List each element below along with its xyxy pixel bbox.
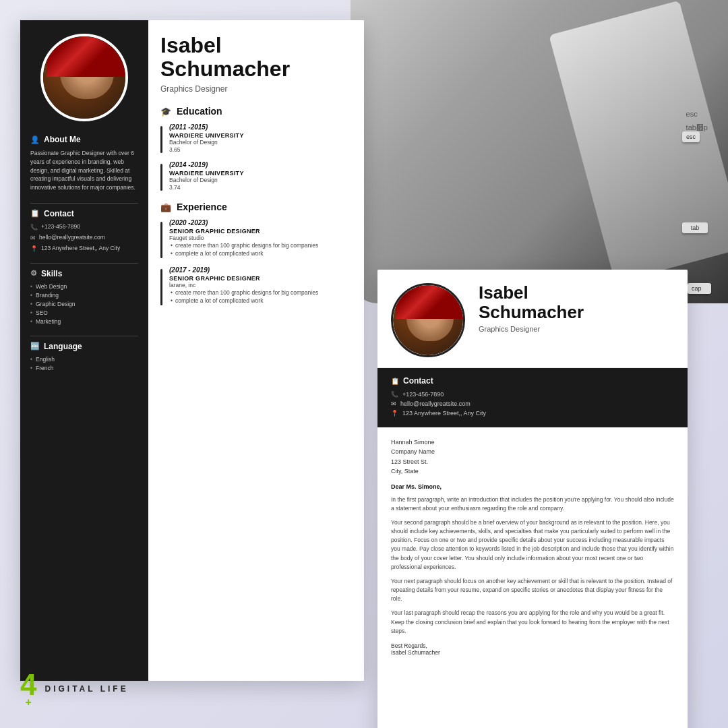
logo-number-wrap: 4 + (20, 670, 36, 708)
skill-5: Marketing (30, 318, 138, 325)
about-title: 👤 About Me (30, 135, 138, 144)
skills-title: ⚙ Skills (30, 269, 138, 278)
email-item: ✉ hello@reallygreatsite.com (30, 234, 138, 241)
gear-icon: ⚙ (30, 269, 37, 278)
education-header: 🎓 Education (160, 106, 352, 117)
cover-body: Hannah Simone Company Name 123 Street St… (377, 427, 688, 666)
cover-email-item: ✉ hello@reallygreatsite.com (391, 400, 674, 407)
logo-number: 4 (20, 670, 36, 700)
edu-degree-1: Bachelor of Design (169, 139, 352, 146)
exp-date-1: (2020 -2023) (169, 219, 352, 226)
exp-bullet-2-1: create more than 100 graphic designs for… (171, 289, 352, 296)
divider-1 (30, 203, 138, 204)
edu-item-1: (2011 -2015) WARDIERE UNIVERSITY Bachelo… (160, 123, 352, 153)
location-icon: 📍 (30, 245, 38, 252)
exp-position-1: SENIOR GRAPHIC DESIGNER (169, 228, 352, 235)
cover-greeting: Dear Ms. Simone, (391, 483, 674, 490)
skill-4: SEO (30, 309, 138, 316)
contact-title: 📋 Contact (30, 209, 138, 218)
edu-date-2: (2014 -2019) (169, 161, 352, 169)
main-container: 👤 About Me Passionate Graphic Designer w… (20, 20, 688, 728)
logo-text-wrap: DIGITAL LIFE (44, 684, 128, 694)
cover-paragraph-3: Your next paragraph should focus on anot… (391, 577, 674, 604)
cover-contact-icon: 📋 (391, 377, 399, 385)
cover-sign: Best Regards, Isabel Schumacher (391, 642, 674, 656)
cover-avatar (391, 283, 465, 357)
cover-paragraph-4: Your last paragraph should recap the rea… (391, 609, 674, 636)
cover-contact: 📋 Contact 📞 +123-456-7890 ✉ hello@really… (377, 368, 688, 427)
recipient-info: Hannah Simone Company Name 123 Street St… (391, 437, 674, 477)
skill-2: Branding (30, 292, 138, 299)
skill-1: Web Design (30, 283, 138, 290)
edu-date-1: (2011 -2015) (169, 123, 352, 131)
resume-job-title: Graphics Designer (160, 84, 352, 94)
resume-sidebar: 👤 About Me Passionate Graphic Designer w… (20, 20, 148, 681)
phone-item: 📞 +123-456-7890 (30, 223, 138, 231)
experience-header: 💼 Experience (160, 202, 352, 212)
edu-item-2: (2014 -2019) WARDIERE UNIVERSITY Bachelo… (160, 161, 352, 191)
education-title: Education (177, 106, 222, 117)
avatar-image (43, 36, 125, 119)
address-item: 📍 123 Anywhere Street,, Any City (30, 245, 138, 252)
phone-icon: 📞 (30, 224, 38, 231)
resume-main: Isabel Schumacher Graphics Designer 🎓 Ed… (148, 20, 364, 681)
cover-letter-card: Isabel Schumacher Graphics Designer 📋 Co… (377, 270, 688, 728)
edu-gpa-1: 3.65 (169, 146, 352, 153)
exp-position-2: SENIOR GRAPHIC DESIGNER (169, 275, 352, 282)
cover-address-item: 📍 123 Anywhere Street,, Any City (391, 410, 674, 417)
email-icon: ✉ (30, 235, 36, 241)
resume-avatar (40, 34, 128, 121)
cover-header: Isabel Schumacher Graphics Designer (377, 270, 688, 368)
contact-section: 📋 Contact 📞 +123-456-7890 ✉ hello@really… (30, 209, 138, 252)
exp-item-1: (2020 -2023) SENIOR GRAPHIC DESIGNER Fau… (160, 219, 352, 258)
skill-3: Graphic Design (30, 301, 138, 307)
experience-title: Experience (177, 202, 227, 212)
exp-bullet-1-2: complete a lot of complicated work (171, 250, 352, 257)
language-section: 🔤 Language English French (30, 342, 138, 371)
person-icon: 👤 (30, 135, 40, 144)
cover-name: Isabel Schumacher (479, 283, 674, 322)
cover-paragraph-2: Your second paragraph should be a brief … (391, 518, 674, 572)
timeline-line-1 (160, 126, 162, 153)
edu-gpa-2: 3.74 (169, 184, 352, 191)
timeline-line-2 (160, 164, 162, 191)
edu-content-1: (2011 -2015) WARDIERE UNIVERSITY Bachelo… (169, 123, 352, 153)
cover-location-icon: 📍 (391, 410, 398, 417)
exp-content-2: (2017 - 2019) SENIOR GRAPHIC DESIGNER la… (169, 266, 352, 305)
cover-phone-item: 📞 +123-456-7890 (391, 391, 674, 398)
cover-name-section: Isabel Schumacher Graphics Designer (479, 283, 674, 357)
about-section: 👤 About Me Passionate Graphic Designer w… (30, 135, 138, 192)
exp-bullet-2-2: complete a lot of complicated work (171, 297, 352, 304)
logo-container: 4 + DIGITAL LIFE (20, 670, 129, 708)
exp-content-1: (2020 -2023) SENIOR GRAPHIC DESIGNER Fau… (169, 219, 352, 258)
resume-name: Isabel Schumacher (160, 34, 352, 81)
timeline-line-3 (160, 222, 162, 258)
edu-degree-2: Bachelor of Design (169, 177, 352, 183)
logo-plus: + (26, 697, 32, 708)
key-cap: cap (688, 283, 711, 294)
divider-3 (30, 336, 138, 336)
exp-item-2: (2017 - 2019) SENIOR GRAPHIC DESIGNER la… (160, 266, 352, 305)
about-text: Passionate Graphic Designer with over 6 … (30, 149, 138, 192)
exp-company-1: Fauget studio (169, 235, 352, 241)
cover-email-icon: ✉ (391, 400, 396, 407)
cover-phone-icon: 📞 (391, 391, 398, 398)
resume-card: 👤 About Me Passionate Graphic Designer w… (20, 20, 364, 681)
exp-company-2: larane, inc (169, 282, 352, 289)
exp-bullet-1-1: create more than 100 graphic designs for… (171, 242, 352, 249)
divider-2 (30, 263, 138, 264)
contact-icon: 📋 (30, 209, 40, 218)
edu-org-1: WARDIERE UNIVERSITY (169, 132, 352, 139)
edu-org-2: WARDIERE UNIVERSITY (169, 170, 352, 177)
lang-1: English (30, 356, 138, 363)
edu-content-2: (2014 -2019) WARDIERE UNIVERSITY Bachelo… (169, 161, 352, 191)
exp-date-2: (2017 - 2019) (169, 266, 352, 274)
cover-job-title: Graphics Designer (479, 325, 674, 333)
experience-icon: 💼 (160, 202, 171, 212)
language-title: 🔤 Language (30, 342, 138, 351)
lang-icon: 🔤 (30, 342, 40, 351)
cover-paragraph-1: In the first paragraph, write an introdu… (391, 495, 674, 513)
cover-avatar-image (393, 285, 463, 355)
logo-text: DIGITAL LIFE (44, 684, 128, 694)
lang-2: French (30, 365, 138, 371)
